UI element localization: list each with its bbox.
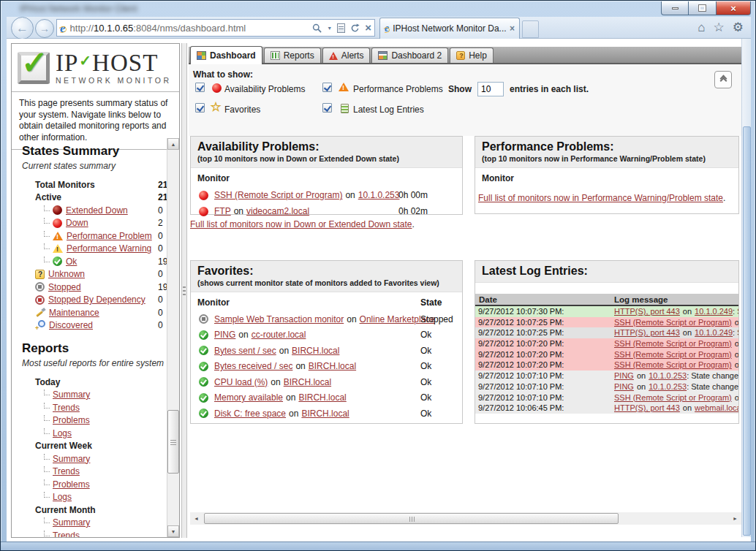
new-tab-button[interactable] [522, 20, 539, 38]
monitor-link[interactable]: Disk C: free space [214, 408, 286, 419]
host-link[interactable]: 10.1.0.253 [649, 382, 687, 391]
sidebar-splitter[interactable] [181, 43, 187, 538]
monitor-link[interactable]: PING [214, 330, 235, 340]
stop-icon[interactable]: × [365, 23, 371, 33]
monitor-link[interactable]: HTTP(S), port 443 [614, 307, 680, 316]
app-tab[interactable]: Help [450, 48, 494, 63]
monitor-link[interactable]: SSH (Remote Script or Program) [614, 318, 732, 327]
host-link[interactable]: cc-router.local [252, 330, 306, 340]
sidebar-scrollbar[interactable]: ▲ ▼ [167, 138, 179, 537]
state-label-link[interactable]: Stopped By Dependency [48, 294, 145, 305]
availability-full-list-link[interactable]: Full list of monitors now in Down or Ext… [190, 219, 412, 229]
performance-full-list-link[interactable]: Full list of monitors now in Performance… [478, 193, 723, 203]
monitor-link[interactable]: HTTP(S), port 443 [614, 328, 680, 337]
monitor-link[interactable]: SSH (Remote Script or Program) [614, 360, 732, 369]
monitor-link[interactable]: Bytes received / sec [214, 361, 292, 371]
close-button[interactable]: × [717, 1, 751, 15]
show-label: Show [448, 84, 472, 94]
horizontal-scrollbar-thumb[interactable] [204, 513, 619, 524]
state-label-link[interactable]: Discovered [49, 320, 93, 330]
page-vertical-scrollbar[interactable] [741, 39, 751, 537]
host-link[interactable]: BIRCH.local [292, 346, 339, 356]
page-scrollbar-thumb[interactable] [743, 126, 751, 536]
checkbox-latest-log-entries[interactable] [322, 103, 332, 113]
state-label-link[interactable]: Active [35, 192, 61, 202]
scroll-up-icon[interactable]: ▲ [167, 138, 179, 150]
checkbox-performance-problems[interactable] [322, 83, 332, 92]
state-label-link[interactable]: Stopped [48, 282, 81, 292]
app-tab[interactable]: Dashboard [190, 46, 262, 64]
favorites-star-icon[interactable]: ☆ [714, 20, 725, 36]
host-link[interactable]: 10.1.0.249 [695, 307, 733, 316]
tab-close-icon[interactable]: × [510, 23, 515, 34]
host-link[interactable]: BIRCH.local [298, 392, 346, 403]
host-link[interactable]: 10.1.0.253 [358, 190, 400, 200]
host-link[interactable]: BIRCH.local [284, 377, 331, 387]
app-tab[interactable]: Dashboard 2 [371, 48, 448, 63]
state-label-link[interactable]: Ok [66, 256, 77, 267]
address-bar[interactable]: e http://10.1.0.65:8084/nms/dashboard.ht… [56, 19, 375, 37]
report-link[interactable]: Today [35, 377, 60, 387]
tools-gear-icon[interactable]: ⚙ [733, 20, 744, 36]
compatibility-view-icon[interactable] [337, 23, 345, 33]
state-label-link[interactable]: Performance Warning [67, 243, 151, 254]
monitor-link[interactable]: FTP [214, 206, 231, 216]
report-link[interactable]: Trends [53, 403, 80, 413]
host-link[interactable]: 10.1.0.249 [695, 328, 733, 337]
monitor-link[interactable]: HTTP(S), port 443 [614, 403, 680, 412]
home-icon[interactable]: ⌂ [698, 20, 705, 36]
browser-tab[interactable]: e IPHost Network Monitor Da... × [379, 18, 520, 39]
state-label-link[interactable]: Unknown [48, 269, 85, 279]
monitor-link[interactable]: CPU load (%) [214, 377, 268, 387]
forward-button[interactable]: → [35, 19, 54, 38]
report-link[interactable]: Summary [53, 517, 90, 528]
search-icon[interactable] [312, 23, 322, 33]
monitor-link[interactable]: Bytes sent / sec [214, 346, 276, 356]
monitor-link[interactable]: SSH (Remote Script or Program) [614, 339, 732, 348]
report-link[interactable]: Problems [53, 415, 90, 425]
back-button[interactable]: ← [11, 17, 34, 39]
host-link[interactable]: 10.1.0.253 [649, 371, 687, 380]
host-link[interactable]: webmail.local [695, 403, 738, 412]
state-label-link[interactable]: Total Monitors [35, 180, 95, 190]
checkbox-favorites[interactable] [195, 103, 205, 113]
horizontal-scrollbar[interactable]: ◄ ► [190, 512, 741, 525]
scroll-right-icon[interactable]: ► [729, 512, 741, 525]
app-tab[interactable]: Alerts [322, 48, 371, 63]
report-link[interactable]: Logs [53, 428, 72, 438]
monitor-link[interactable]: Memory available [214, 392, 283, 403]
host-link[interactable]: BIRCH.local [309, 361, 356, 371]
checkbox-availability-problems[interactable] [195, 83, 205, 92]
monitor-link[interactable]: SSH (Remote Script or Program) [214, 190, 342, 200]
minimize-button[interactable] [661, 1, 689, 15]
maximize-button[interactable] [689, 1, 717, 15]
host-link[interactable]: BIRCH.local [301, 408, 349, 419]
monitor-link[interactable]: SSH (Remote Script or Program) [614, 393, 732, 402]
refresh-icon[interactable] [350, 23, 360, 33]
monitor-link[interactable]: SSH (Remote Script or Program) [614, 350, 732, 359]
monitor-link[interactable]: PING [614, 371, 634, 380]
state-label-link[interactable]: Extended Down [66, 205, 128, 216]
report-link[interactable]: Summary [53, 454, 90, 464]
report-link[interactable]: Current Week [35, 441, 92, 451]
entries-count-input[interactable] [477, 82, 504, 96]
title-bar[interactable]: IPHost Network Monitor Client × [1, 1, 756, 17]
monitor-link[interactable]: PING [614, 382, 634, 391]
report-link[interactable]: Trends [53, 531, 80, 537]
app-tab[interactable]: Reports [264, 48, 321, 63]
monitor-link[interactable]: Sample Web Transaction monitor [214, 314, 344, 324]
state-label-link[interactable]: Performance Problem [67, 231, 152, 241]
report-link[interactable]: Current Month [35, 505, 96, 515]
report-link[interactable]: Summary [53, 390, 90, 400]
report-link[interactable]: Problems [53, 479, 90, 490]
scroll-left-icon[interactable]: ◄ [190, 512, 203, 525]
sidebar-scrollbar-thumb[interactable] [167, 410, 179, 474]
host-link[interactable]: videocam2.local [246, 206, 309, 216]
report-link[interactable]: Trends [53, 466, 80, 476]
state-label-link[interactable]: Down [66, 218, 88, 228]
state-label-link[interactable]: Maintenance [49, 308, 99, 318]
collapse-panel-button[interactable] [714, 71, 732, 88]
report-link[interactable]: Logs [53, 492, 72, 502]
search-dropdown-caret-icon[interactable]: ▼ [327, 26, 332, 31]
scroll-down-icon[interactable]: ▼ [167, 525, 179, 537]
